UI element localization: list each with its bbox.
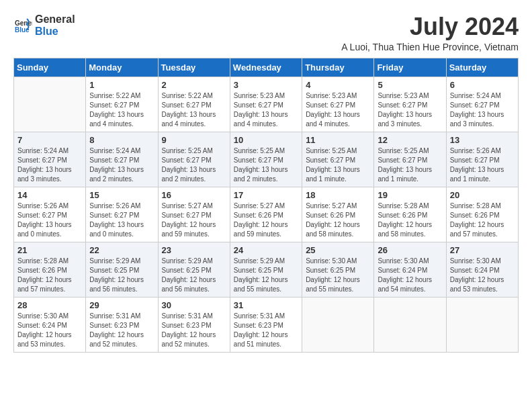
calendar-cell: 7Sunrise: 5:24 AMSunset: 6:27 PMDaylight…: [14, 132, 86, 187]
day-header-saturday: Saturday: [446, 58, 518, 77]
calendar-cell: [14, 77, 86, 132]
cell-info: Sunrise: 5:30 AMSunset: 6:24 PMDaylight:…: [450, 257, 515, 294]
day-number: 23: [162, 245, 226, 255]
cell-info: Sunrise: 5:22 AMSunset: 6:27 PMDaylight:…: [162, 91, 226, 129]
calendar-header-row: SundayMondayTuesdayWednesdayThursdayFrid…: [14, 58, 519, 77]
calendar-cell: [446, 297, 518, 352]
cell-info: Sunrise: 5:27 AMSunset: 6:27 PMDaylight:…: [162, 201, 226, 239]
location: A Luoi, Thua Thien Hue Province, Vietnam: [341, 42, 519, 52]
day-number: 4: [306, 80, 370, 90]
day-number: 24: [234, 245, 298, 255]
calendar-cell: 31Sunrise: 5:31 AMSunset: 6:23 PMDayligh…: [230, 297, 302, 352]
title-block: July 2024 A Luoi, Thua Thien Hue Provinc…: [341, 13, 519, 52]
day-number: 10: [234, 135, 298, 145]
day-number: 6: [450, 80, 515, 90]
day-number: 27: [450, 245, 515, 255]
day-number: 16: [162, 190, 226, 200]
day-number: 19: [378, 190, 442, 200]
day-number: 26: [378, 245, 442, 255]
logo: General Blue General Blue: [13, 13, 75, 37]
calendar-cell: 11Sunrise: 5:25 AMSunset: 6:27 PMDayligh…: [302, 132, 374, 187]
cell-info: Sunrise: 5:31 AMSunset: 6:23 PMDaylight:…: [234, 312, 298, 349]
calendar-cell: 3Sunrise: 5:23 AMSunset: 6:27 PMDaylight…: [230, 77, 302, 132]
day-header-monday: Monday: [86, 58, 158, 77]
cell-info: Sunrise: 5:28 AMSunset: 6:26 PMDaylight:…: [450, 201, 515, 239]
day-number: 2: [162, 80, 226, 90]
cell-info: Sunrise: 5:25 AMSunset: 6:27 PMDaylight:…: [378, 146, 442, 184]
calendar-cell: 10Sunrise: 5:25 AMSunset: 6:27 PMDayligh…: [230, 132, 302, 187]
calendar-cell: [302, 297, 374, 352]
day-number: 17: [234, 190, 298, 200]
calendar-cell: 15Sunrise: 5:26 AMSunset: 6:27 PMDayligh…: [86, 187, 158, 242]
cell-info: Sunrise: 5:22 AMSunset: 6:27 PMDaylight:…: [89, 91, 154, 129]
calendar-cell: 9Sunrise: 5:25 AMSunset: 6:27 PMDaylight…: [158, 132, 230, 187]
logo-blue: Blue: [35, 26, 75, 38]
calendar-week-row: 28Sunrise: 5:30 AMSunset: 6:24 PMDayligh…: [14, 297, 519, 352]
day-number: 31: [234, 300, 298, 310]
calendar-cell: 22Sunrise: 5:29 AMSunset: 6:25 PMDayligh…: [86, 242, 158, 297]
day-number: 9: [162, 135, 226, 145]
cell-info: Sunrise: 5:28 AMSunset: 6:26 PMDaylight:…: [378, 201, 442, 239]
cell-info: Sunrise: 5:30 AMSunset: 6:24 PMDaylight:…: [17, 312, 82, 349]
cell-info: Sunrise: 5:24 AMSunset: 6:27 PMDaylight:…: [89, 146, 154, 184]
calendar-cell: 13Sunrise: 5:26 AMSunset: 6:27 PMDayligh…: [446, 132, 518, 187]
day-number: 1: [89, 80, 154, 90]
cell-info: Sunrise: 5:30 AMSunset: 6:24 PMDaylight:…: [378, 257, 442, 294]
day-number: 15: [89, 190, 154, 200]
month-year: July 2024: [341, 13, 519, 40]
day-number: 30: [162, 300, 226, 310]
day-number: 18: [306, 190, 370, 200]
calendar-cell: 26Sunrise: 5:30 AMSunset: 6:24 PMDayligh…: [374, 242, 446, 297]
cell-info: Sunrise: 5:25 AMSunset: 6:27 PMDaylight:…: [162, 146, 226, 184]
day-number: 21: [17, 245, 82, 255]
day-header-friday: Friday: [374, 58, 446, 77]
logo-general: General: [35, 13, 75, 26]
cell-info: Sunrise: 5:29 AMSunset: 6:25 PMDaylight:…: [89, 257, 154, 294]
day-number: 11: [306, 135, 370, 145]
calendar-cell: 30Sunrise: 5:31 AMSunset: 6:23 PMDayligh…: [158, 297, 230, 352]
day-number: 20: [450, 190, 515, 200]
calendar-cell: 25Sunrise: 5:30 AMSunset: 6:25 PMDayligh…: [302, 242, 374, 297]
calendar-body: 1Sunrise: 5:22 AMSunset: 6:27 PMDaylight…: [14, 77, 519, 352]
day-header-sunday: Sunday: [14, 58, 86, 77]
cell-info: Sunrise: 5:26 AMSunset: 6:27 PMDaylight:…: [450, 146, 515, 184]
cell-info: Sunrise: 5:23 AMSunset: 6:27 PMDaylight:…: [234, 91, 298, 129]
cell-info: Sunrise: 5:25 AMSunset: 6:27 PMDaylight:…: [306, 146, 370, 184]
cell-info: Sunrise: 5:29 AMSunset: 6:25 PMDaylight:…: [162, 257, 226, 294]
calendar-cell: 20Sunrise: 5:28 AMSunset: 6:26 PMDayligh…: [446, 187, 518, 242]
cell-info: Sunrise: 5:24 AMSunset: 6:27 PMDaylight:…: [17, 146, 82, 184]
day-number: 12: [378, 135, 442, 145]
calendar-cell: 14Sunrise: 5:26 AMSunset: 6:27 PMDayligh…: [14, 187, 86, 242]
cell-info: Sunrise: 5:27 AMSunset: 6:26 PMDaylight:…: [306, 201, 370, 239]
calendar-cell: 2Sunrise: 5:22 AMSunset: 6:27 PMDaylight…: [158, 77, 230, 132]
day-number: 3: [234, 80, 298, 90]
calendar-week-row: 7Sunrise: 5:24 AMSunset: 6:27 PMDaylight…: [14, 132, 519, 187]
cell-info: Sunrise: 5:30 AMSunset: 6:25 PMDaylight:…: [306, 257, 370, 294]
cell-info: Sunrise: 5:23 AMSunset: 6:27 PMDaylight:…: [306, 91, 370, 129]
cell-info: Sunrise: 5:29 AMSunset: 6:25 PMDaylight:…: [234, 257, 298, 294]
calendar-cell: [374, 297, 446, 352]
cell-info: Sunrise: 5:27 AMSunset: 6:26 PMDaylight:…: [234, 201, 298, 239]
cell-info: Sunrise: 5:31 AMSunset: 6:23 PMDaylight:…: [89, 312, 154, 349]
calendar-week-row: 14Sunrise: 5:26 AMSunset: 6:27 PMDayligh…: [14, 187, 519, 242]
calendar-cell: 28Sunrise: 5:30 AMSunset: 6:24 PMDayligh…: [14, 297, 86, 352]
calendar-cell: 18Sunrise: 5:27 AMSunset: 6:26 PMDayligh…: [302, 187, 374, 242]
calendar-cell: 21Sunrise: 5:28 AMSunset: 6:26 PMDayligh…: [14, 242, 86, 297]
calendar-cell: 27Sunrise: 5:30 AMSunset: 6:24 PMDayligh…: [446, 242, 518, 297]
day-header-wednesday: Wednesday: [230, 58, 302, 77]
day-header-thursday: Thursday: [302, 58, 374, 77]
calendar-table: SundayMondayTuesdayWednesdayThursdayFrid…: [13, 58, 519, 353]
calendar-cell: 4Sunrise: 5:23 AMSunset: 6:27 PMDaylight…: [302, 77, 374, 132]
day-number: 7: [17, 135, 82, 145]
calendar-cell: 6Sunrise: 5:24 AMSunset: 6:27 PMDaylight…: [446, 77, 518, 132]
cell-info: Sunrise: 5:26 AMSunset: 6:27 PMDaylight:…: [17, 201, 82, 239]
calendar-cell: 5Sunrise: 5:23 AMSunset: 6:27 PMDaylight…: [374, 77, 446, 132]
calendar-week-row: 1Sunrise: 5:22 AMSunset: 6:27 PMDaylight…: [14, 77, 519, 132]
day-header-tuesday: Tuesday: [158, 58, 230, 77]
calendar-cell: 1Sunrise: 5:22 AMSunset: 6:27 PMDaylight…: [86, 77, 158, 132]
calendar-cell: 17Sunrise: 5:27 AMSunset: 6:26 PMDayligh…: [230, 187, 302, 242]
cell-info: Sunrise: 5:28 AMSunset: 6:26 PMDaylight:…: [17, 257, 82, 294]
calendar-cell: 29Sunrise: 5:31 AMSunset: 6:23 PMDayligh…: [86, 297, 158, 352]
day-number: 13: [450, 135, 515, 145]
cell-info: Sunrise: 5:24 AMSunset: 6:27 PMDaylight:…: [450, 91, 515, 129]
